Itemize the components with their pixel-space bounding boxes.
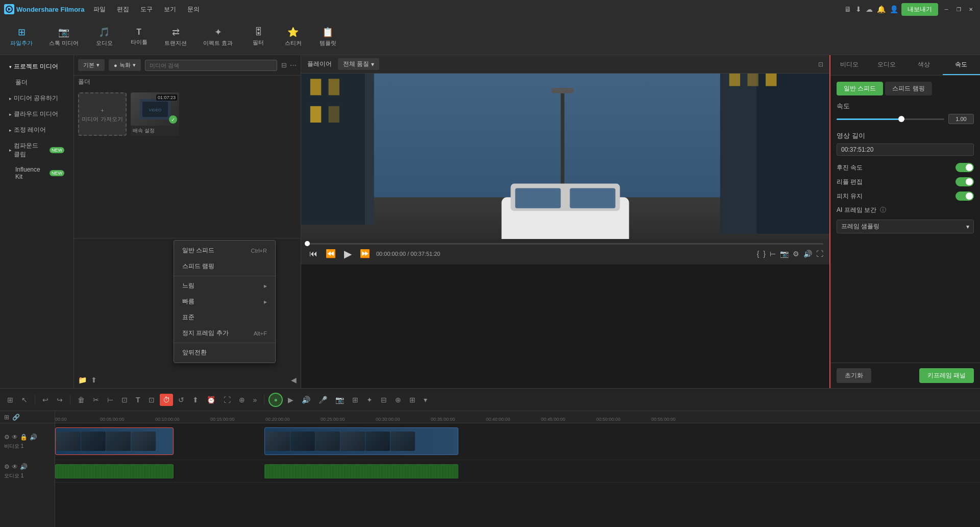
tab-color[interactable]: 색상 [905, 55, 943, 75]
nav-project-media[interactable]: ▾ 프로젝트 미디어 [4, 59, 69, 74]
tl-grid-button[interactable]: ⊞ [406, 394, 419, 406]
toolbar-filters[interactable]: 🎛 필터 [243, 23, 274, 50]
tl-effect-button[interactable]: ✦ [363, 394, 376, 406]
reverse-toggle[interactable] [955, 163, 974, 172]
nav-influence-kit[interactable]: Influence Kit NEW [4, 163, 69, 183]
tl-cut-button[interactable]: ✂ [90, 394, 102, 406]
keyframe-panel-button[interactable]: 키프레임 패널 [919, 368, 974, 383]
tl-add-clip-button[interactable]: ⊕ [392, 394, 404, 406]
tl-play-rec-button[interactable]: ▶ [285, 394, 297, 406]
video-length-input[interactable] [837, 143, 974, 156]
menu-tools[interactable]: 도구 [135, 3, 158, 16]
toolbar-file-add[interactable]: ⊞ 파일추가 [4, 23, 39, 50]
tl-record-button[interactable]: ● [268, 393, 283, 407]
media-item-video[interactable]: VIDEO 배속 설정 01:07:23 ✓ [131, 92, 179, 136]
context-speed-ramping[interactable]: 스피드 램핑 [174, 258, 275, 274]
tl-select-button[interactable]: ↖ [18, 394, 31, 406]
audio-clip-1[interactable] [55, 464, 174, 478]
speed-ramping-tab[interactable]: 스피드 램핑 [885, 82, 932, 95]
play-button[interactable]: ▶ [342, 247, 354, 261]
user-icon[interactable]: 👤 [890, 5, 898, 13]
pitch-toggle[interactable] [955, 191, 974, 201]
step-back-button[interactable]: ⏪ [324, 248, 338, 259]
import-button[interactable]: ● 녹화 ▾ [109, 59, 141, 71]
speed-slider-thumb[interactable] [898, 116, 904, 122]
toolbar-stickers[interactable]: ⭐ 스티커 [278, 23, 308, 50]
tab-video[interactable]: 비디오 [830, 55, 868, 75]
nav-adjustment[interactable]: ▸ 조정 레이어 [4, 123, 69, 137]
screenshot-icon[interactable]: 📷 [780, 250, 789, 258]
tl-magnetic-button[interactable]: ⊕ [236, 394, 248, 406]
audio-track-mute-icon[interactable]: 🔊 [20, 463, 28, 470]
video-track-audio-icon[interactable]: 🔊 [30, 434, 37, 441]
import-media-icon[interactable]: ⬆ [91, 376, 97, 384]
normal-speed-tab[interactable]: 일반 스피드 [837, 82, 883, 95]
tl-fullscreen-button[interactable]: ⛶ [220, 394, 234, 406]
menu-help[interactable]: 문의 [182, 3, 205, 16]
nav-media-share[interactable]: ▸ 미디어 공유하기 [4, 91, 69, 106]
export-button[interactable]: 내보내기 [901, 3, 938, 16]
fullscreen-icon[interactable]: ⊡ [818, 61, 823, 68]
toolbar-stock-media[interactable]: 📷 스톡 미디어 [43, 23, 85, 50]
tab-audio[interactable]: 오디오 [868, 55, 905, 75]
tl-expand-button[interactable]: ▾ [421, 394, 430, 406]
nav-cloud-media[interactable]: ▸ 클라우드 미디어 [4, 107, 69, 122]
tl-more-button[interactable]: » [250, 394, 260, 406]
tl-speed-button[interactable]: ⏱ [160, 394, 173, 406]
mark-in-icon[interactable]: { [757, 250, 760, 258]
progress-thumb[interactable] [305, 241, 310, 246]
context-normal-speed[interactable]: 일반 스피드 Ctrl+R [174, 243, 275, 258]
tl-transition-button[interactable]: ⊞ [349, 394, 361, 406]
context-reverse[interactable]: 앞뒤전환 [174, 345, 275, 361]
toolbar-audio[interactable]: 🎵 오디오 [89, 23, 119, 50]
video-track-lock-icon[interactable]: 🔒 [20, 434, 28, 441]
media-search-input[interactable] [145, 60, 277, 71]
filter-icon[interactable]: ⊟ [281, 61, 287, 69]
media-add-button[interactable]: + 미디어 가져오기 [78, 92, 127, 136]
context-standard[interactable]: 표준 [174, 309, 275, 325]
tl-redo-button[interactable]: ↪ [54, 394, 66, 406]
tl-copy-button[interactable]: ⊡ [118, 394, 131, 406]
reset-button[interactable]: 초기화 [837, 368, 871, 383]
bell-icon[interactable]: 🔔 [877, 5, 886, 13]
context-fast[interactable]: 빠름 ▸ [174, 294, 275, 309]
download-icon[interactable]: ⬇ [855, 5, 862, 13]
tl-loop-button[interactable]: ↺ [175, 394, 187, 406]
ripple-toggle[interactable] [955, 177, 974, 186]
link-icon[interactable]: 🔗 [12, 414, 20, 421]
more-icon[interactable]: ⋯ [290, 61, 297, 69]
new-folder-icon[interactable]: 📁 [78, 376, 87, 384]
context-freeze-frame[interactable]: 정지 프레임 추가 Alt+F [174, 325, 275, 341]
settings-icon[interactable]: ⚙ [793, 250, 799, 258]
add-track-icon[interactable]: ⊞ [4, 414, 9, 421]
tl-export-clip-button[interactable]: ⬆ [189, 394, 202, 406]
toolbar-transitions[interactable]: ⇄ 트랜지션 [158, 23, 193, 50]
menu-view[interactable]: 보기 [159, 3, 181, 16]
ai-info-icon[interactable]: ⓘ [880, 206, 886, 213]
tl-split-button[interactable]: ⊢ [104, 394, 116, 406]
menu-edit[interactable]: 편집 [112, 3, 134, 16]
frame-sampling-select[interactable]: 프레임 샘플링 ▾ [837, 220, 974, 233]
tl-crop-button[interactable]: ⊡ [145, 394, 158, 406]
fullscreen-btn-icon[interactable]: ⛶ [816, 250, 823, 258]
speed-slider-track[interactable] [837, 118, 944, 120]
skip-back-button[interactable]: ⏮ [307, 248, 320, 259]
mark-out-icon[interactable]: } [763, 250, 766, 258]
maximize-button[interactable]: ❐ [953, 4, 964, 14]
tl-new-track-button[interactable]: ⊞ [4, 394, 16, 406]
video-track-eye-icon[interactable]: 👁 [12, 434, 18, 441]
tl-text-button[interactable]: T [133, 394, 143, 406]
step-forward-button[interactable]: ⏩ [358, 248, 372, 259]
collapse-icon[interactable]: ◀ [291, 376, 297, 384]
speed-value[interactable]: 1.00 [948, 114, 974, 124]
minimize-button[interactable]: ─ [941, 4, 951, 14]
audio-track-settings-icon[interactable]: ⚙ [4, 463, 10, 470]
nav-folder[interactable]: 폴더 [4, 75, 69, 90]
video-clip-1[interactable] [55, 427, 174, 455]
tl-snapshot-button[interactable]: 📷 [332, 394, 347, 406]
volume-icon[interactable]: 🔊 [803, 250, 812, 258]
tl-audio-detach-button[interactable]: ⊟ [378, 394, 390, 406]
nav-compound-clip[interactable]: ▸ 컴파운드 클립 NEW [4, 138, 69, 162]
toolbar-effects[interactable]: ✦ 이펙트 효과 [197, 23, 239, 50]
monitor-icon[interactable]: 🖥 [844, 5, 851, 13]
